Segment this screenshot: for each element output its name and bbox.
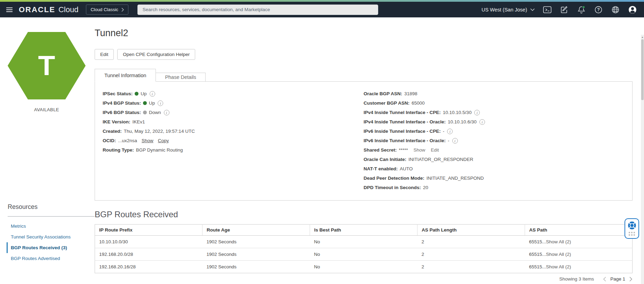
scrollbar-thumb[interactable] (641, 39, 644, 100)
region-label: US West (San Jose) (482, 7, 527, 13)
column-header-as-path[interactable]: AS Path (525, 225, 633, 236)
show-all-link[interactable]: Show All (2) (546, 264, 571, 269)
field-value: 31898 (404, 91, 418, 96)
info-field-row: Shared Secret:*****ShowEdit (364, 147, 632, 153)
field-value: 10.10.10.5/30 (443, 110, 472, 115)
vertical-scrollbar[interactable]: ▲ (641, 35, 644, 284)
open-cpe-configuration-helper-button[interactable]: Open CPE Configuration Helper (117, 49, 195, 60)
info-field-row: Dead Peer Detection Mode:INITIATE_AND_RE… (364, 175, 632, 181)
edit-link[interactable]: Edit (431, 147, 439, 153)
field-value: INITIATOR_OR_RESPONDER (408, 157, 473, 162)
tab-phase-details[interactable]: Phase Details (156, 73, 205, 81)
info-icon[interactable]: i (474, 110, 480, 115)
help-icon[interactable]: ? (594, 5, 603, 14)
bgp-routes-received-heading: BGP Routes Received (95, 210, 633, 219)
field-value: ***** (399, 147, 408, 153)
info-icon[interactable]: i (150, 91, 155, 97)
status-dot-up (143, 101, 147, 105)
cloud-classic-button[interactable]: Cloud Classic (86, 5, 128, 15)
routes-header-row: IP Route PrefixRoute AgeIs Best PathAS P… (95, 225, 633, 236)
page-content: T AVAILABLE Resources MetricsTunnel Secu… (0, 17, 644, 284)
search-input[interactable] (137, 5, 378, 15)
show-all-link[interactable]: Show All (2) (546, 252, 571, 257)
support-life-preserver-icon (627, 221, 637, 230)
status-dot-up (135, 92, 138, 96)
field-label: Oracle BGP ASN: (364, 91, 402, 96)
field-label: OCID: (103, 138, 116, 143)
notification-dot (582, 6, 585, 8)
action-buttons: Edit Open CPE Configuration Helper (95, 49, 633, 60)
field-value: INITIATE_AND_RESPOND (427, 176, 484, 181)
field-value: AUTO (400, 166, 413, 171)
copy-link[interactable]: Copy (158, 138, 169, 143)
info-icon[interactable]: i (452, 138, 458, 144)
sidebar-item-bgp-routes-advertised[interactable]: BGP Routes Advertised (7, 253, 95, 264)
field-value: BGP Dynamic Routing (136, 147, 183, 153)
tab-tunnel-information[interactable]: Tunnel Information (95, 69, 156, 82)
field-value: 20 (423, 185, 428, 190)
resource-icon-block: T AVAILABLE (8, 32, 86, 112)
column-header-ip-route-prefix[interactable]: IP Route Prefix (95, 225, 202, 236)
cell-as-path: 65515...Show All (2) (525, 236, 633, 248)
cell-route-age: 1902 Seconds (202, 236, 310, 248)
show-link[interactable]: Show (142, 138, 153, 143)
tunnel-information-panel: IPSec Status:UpiIPv4 BGP Status:UpiIPv6 … (95, 81, 633, 201)
sidebar-item-tunnel-security-associations[interactable]: Tunnel Security Associations (7, 232, 95, 242)
next-page-icon[interactable] (629, 277, 633, 282)
notifications-bell-icon[interactable] (577, 5, 586, 14)
field-value: 65000 (412, 100, 425, 106)
brand-primary: ORACLE (19, 5, 55, 14)
info-field-row: IPv4 Inside Tunnel Interface - Oracle:10… (364, 119, 632, 125)
field-label: NAT-T enabled: (364, 166, 398, 171)
tunnel-hexagon-icon: T (8, 32, 86, 99)
user-avatar[interactable] (628, 5, 637, 14)
info-icon[interactable]: i (158, 100, 163, 106)
show-all-link[interactable]: Show All (2) (546, 239, 571, 244)
cell-is-best-path: No (310, 248, 418, 261)
brand-secondary: Cloud (58, 5, 78, 14)
show-link[interactable]: Show (414, 147, 426, 153)
cloud-classic-label: Cloud Classic (90, 7, 118, 12)
cloud-shell-icon[interactable] (543, 5, 552, 14)
top-navigation-bar: ORACLE Cloud Cloud Classic US West (San … (0, 2, 644, 17)
table-row: 192.168.20.0/281902 SecondsNo265515...Sh… (95, 248, 633, 261)
column-header-as-path-length[interactable]: AS Path Length (418, 225, 525, 236)
previous-page-icon[interactable] (603, 277, 606, 282)
info-icon[interactable]: i (164, 110, 169, 115)
info-icon[interactable]: i (447, 129, 453, 134)
sidebar-item-bgp-routes-received-3[interactable]: BGP Routes Received (3) (7, 242, 95, 253)
info-col-left: IPSec Status:UpiIPv4 BGP Status:UpiIPv6 … (103, 91, 364, 194)
resources-heading: Resources (8, 203, 95, 211)
field-label: Shared Secret: (364, 147, 397, 153)
column-header-route-age[interactable]: Route Age (202, 225, 310, 236)
field-value: Down (149, 110, 161, 115)
field-value: Up (149, 100, 155, 106)
scrollbar-up-arrow[interactable]: ▲ (641, 35, 644, 39)
info-field-row: IPv4 Inside Tunnel Interface - CPE:10.10… (364, 109, 632, 115)
sidebar-item-metrics[interactable]: Metrics (7, 221, 95, 232)
field-value: - (448, 138, 450, 143)
field-label: DPD Timeout in Seconds: (364, 185, 421, 190)
info-field-row: NAT-T enabled:AUTO (364, 166, 632, 172)
hamburger-menu-icon[interactable] (3, 5, 15, 15)
global-search (137, 5, 378, 15)
info-field-row: DPD Timeout in Seconds:20 (364, 185, 632, 190)
tab-strip: Tunnel InformationPhase Details (95, 69, 633, 81)
cell-as-path-length: 2 (418, 236, 525, 248)
edit-annotate-icon[interactable] (560, 5, 569, 14)
edit-button[interactable]: Edit (95, 49, 114, 60)
support-widget[interactable] (625, 218, 639, 239)
field-value: 10.10.10.6/30 (448, 119, 477, 124)
cell-route-age: 1902 Seconds (202, 261, 310, 273)
info-icon[interactable]: i (479, 119, 485, 125)
region-selector[interactable]: US West (San Jose) (482, 7, 535, 13)
widget-drag-handle[interactable] (629, 232, 635, 236)
field-label: IKE Version: (103, 119, 130, 124)
page-indicator: Page 1 (610, 276, 625, 282)
svg-text:?: ? (597, 7, 600, 12)
field-label: Dead Peer Detection Mode: (364, 176, 424, 181)
globe-language-icon[interactable] (611, 5, 620, 14)
column-header-is-best-path[interactable]: Is Best Path (310, 225, 418, 236)
table-footer: Showing 3 Items Page 1 (95, 276, 633, 282)
field-label: IPSec Status: (103, 91, 133, 96)
